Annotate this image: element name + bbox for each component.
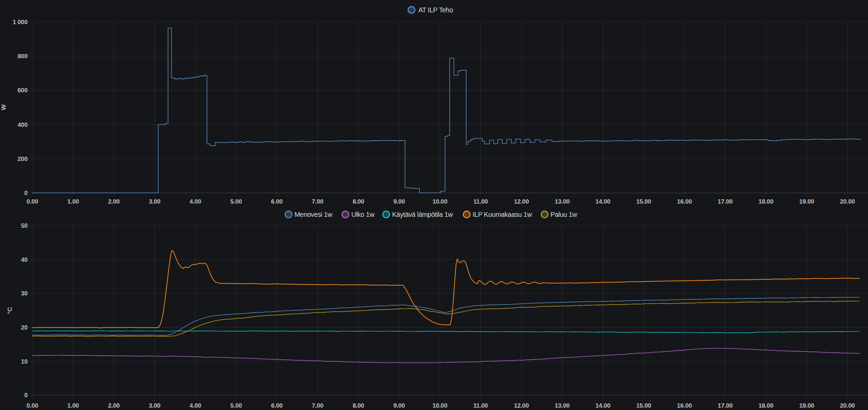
svg-text:4.00: 4.00	[190, 198, 201, 205]
svg-text:19.00: 19.00	[799, 198, 814, 205]
svg-text:Paluu 1w: Paluu 1w	[551, 211, 578, 218]
svg-text:3.00: 3.00	[149, 198, 161, 205]
svg-text:8.00: 8.00	[353, 198, 364, 205]
svg-text:15.00: 15.00	[636, 402, 651, 409]
svg-text:17.00: 17.00	[718, 198, 733, 205]
svg-text:20.00: 20.00	[840, 198, 855, 205]
svg-text:15.00: 15.00	[636, 198, 651, 205]
svg-text:1.00: 1.00	[67, 402, 79, 409]
svg-text:10.00: 10.00	[433, 198, 448, 205]
svg-text:10.00: 10.00	[433, 402, 448, 409]
svg-text:7.00: 7.00	[312, 198, 324, 205]
svg-text:19.00: 19.00	[799, 402, 814, 409]
svg-text:30: 30	[21, 290, 27, 297]
svg-text:14.00: 14.00	[596, 198, 611, 205]
svg-text:18.00: 18.00	[759, 198, 774, 205]
svg-text:4.00: 4.00	[190, 402, 201, 409]
svg-text:Käytävä lämpötila 1w: Käytävä lämpötila 1w	[392, 211, 453, 218]
svg-text:13.00: 13.00	[555, 198, 570, 205]
svg-text:20: 20	[21, 324, 27, 331]
svg-text:ILP Kuumakaasu 1w: ILP Kuumakaasu 1w	[473, 211, 533, 218]
svg-text:0: 0	[24, 189, 27, 196]
svg-text:40: 40	[21, 256, 27, 263]
svg-text:50: 50	[21, 222, 27, 229]
svg-text:200: 200	[18, 155, 27, 162]
svg-text:°C: °C	[7, 307, 14, 314]
svg-text:W: W	[0, 104, 8, 110]
svg-text:1.00: 1.00	[67, 198, 79, 205]
svg-text:10: 10	[21, 358, 27, 365]
svg-text:Menovesi 1w: Menovesi 1w	[295, 211, 333, 218]
svg-text:0.00: 0.00	[27, 198, 38, 205]
svg-text:12.00: 12.00	[514, 198, 529, 205]
svg-text:16.00: 16.00	[677, 402, 692, 409]
svg-text:11.00: 11.00	[473, 198, 488, 205]
svg-text:14.00: 14.00	[596, 402, 611, 409]
svg-text:9.00: 9.00	[393, 198, 405, 205]
svg-text:0: 0	[24, 392, 27, 399]
svg-text:9.00: 9.00	[393, 402, 405, 409]
svg-text:2.00: 2.00	[108, 198, 120, 205]
svg-text:11.00: 11.00	[473, 402, 488, 409]
svg-text:5.00: 5.00	[230, 402, 242, 409]
svg-text:600: 600	[18, 87, 27, 94]
svg-text:5.00: 5.00	[230, 198, 242, 205]
svg-text:6.00: 6.00	[271, 198, 283, 205]
svg-text:18.00: 18.00	[759, 402, 774, 409]
svg-text:0.00: 0.00	[27, 402, 38, 409]
svg-text:16.00: 16.00	[677, 198, 692, 205]
svg-text:1 000: 1 000	[13, 18, 28, 26]
svg-text:17.00: 17.00	[718, 402, 733, 409]
svg-text:20.00: 20.00	[840, 402, 855, 409]
svg-text:13.00: 13.00	[555, 402, 570, 409]
svg-text:3.00: 3.00	[149, 402, 161, 409]
svg-text:12.00: 12.00	[514, 402, 529, 409]
svg-text:400: 400	[18, 121, 27, 128]
svg-text:AT ILP Teho: AT ILP Teho	[418, 6, 453, 14]
svg-text:800: 800	[18, 53, 27, 60]
svg-text:2.00: 2.00	[108, 402, 120, 409]
svg-text:6.00: 6.00	[271, 402, 283, 409]
svg-text:8.00: 8.00	[353, 402, 364, 409]
svg-text:7.00: 7.00	[312, 402, 324, 409]
svg-text:Ulko 1w: Ulko 1w	[352, 211, 375, 218]
